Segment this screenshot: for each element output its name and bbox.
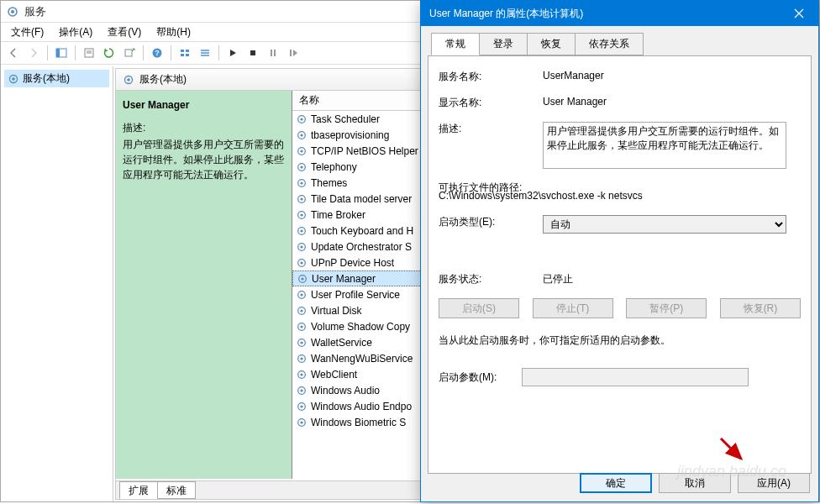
menu-help[interactable]: 帮助(H) [150,24,197,41]
back-button[interactable] [4,44,23,62]
svg-point-36 [300,197,302,200]
tab-dependencies[interactable]: 依存关系 [575,33,644,55]
gear-icon [296,353,308,365]
menu-action[interactable]: 操作(A) [52,24,99,41]
display-name-value: User Manager [543,96,801,108]
service-name: WalletService [311,337,372,349]
gear-icon [296,369,308,381]
svg-rect-19 [274,50,276,56]
gear-icon [296,401,308,412]
service-name: TCP/IP NetBIOS Helper [311,145,418,157]
pause-service-button[interactable] [264,44,282,62]
pause-button[interactable]: 暂停(P) [626,298,707,318]
gear-icon [296,305,308,317]
service-name: Telephony [311,161,357,173]
svg-point-22 [12,77,15,81]
start-button[interactable]: 启动(S) [439,298,519,318]
description-textarea[interactable]: 用户管理器提供多用户交互所需要的运行时组件。如果停止此服务，某些应用程序可能无法… [543,122,786,169]
exec-path-value: C:\Windows\system32\svchost.exe -k netsv… [439,190,801,202]
gear-icon [296,193,308,205]
properties-dialog: User Manager 的属性(本地计算机) 常规 登录 恢复 依存关系 服务… [420,0,819,502]
service-name-value: UserManager [543,70,801,81]
svg-point-54 [300,341,302,344]
forward-button[interactable] [24,44,43,62]
startup-type-label: 启动类型(E): [439,215,543,229]
startup-params-label: 启动参数(M): [439,370,497,385]
service-name: Task Scheduler [311,113,380,125]
start-service-button[interactable] [223,44,242,62]
list-view-button[interactable] [176,44,194,62]
gear-icon [123,74,134,86]
svg-point-40 [300,229,302,232]
show-hide-button[interactable] [52,44,71,62]
service-name: Volume Shadow Copy [311,321,410,333]
gear-icon [296,417,308,428]
svg-rect-20 [290,50,292,56]
startup-params-input[interactable] [522,368,749,386]
svg-point-44 [300,261,302,264]
service-name-label: 服务名称: [439,70,543,84]
service-name: Tile Data model server [311,193,412,205]
export-button[interactable] [120,44,139,62]
tab-general[interactable]: 常规 [431,33,480,55]
details-header-label: 服务(本地) [139,72,187,87]
service-name: User Manager [312,273,376,285]
separator [75,45,76,60]
description-pane: User Manager 描述: 用户管理器提供多用户交互所需要的运行时组件。如… [116,91,292,479]
gear-icon [297,273,308,285]
tab-extended[interactable]: 扩展 [119,481,158,499]
menu-file[interactable]: 文件(F) [4,24,50,41]
service-name: User Profile Service [311,289,400,301]
apply-button[interactable]: 应用(A) [738,473,810,493]
svg-rect-7 [125,50,132,56]
separator [171,45,171,60]
dialog-titlebar[interactable]: User Manager 的属性(本地计算机) [421,1,818,26]
ok-button[interactable]: 确定 [580,473,652,493]
gear-icon [296,321,308,333]
svg-point-24 [127,78,130,81]
service-name: Windows Audio Endpo [311,401,412,412]
services-icon [6,5,19,18]
svg-point-26 [300,118,302,120]
svg-rect-11 [186,50,189,52]
svg-rect-3 [56,49,60,57]
gear-icon [296,113,308,125]
stop-button[interactable]: 停止(T) [533,298,613,318]
help-button[interactable]: ? [148,44,166,62]
service-name: Update Orchestrator S [311,241,412,253]
svg-rect-17 [250,50,255,55]
gear-icon [296,225,308,237]
menu-view[interactable]: 查看(V) [101,24,148,41]
gear-icon [296,129,308,141]
cancel-button[interactable]: 取消 [659,473,731,493]
svg-point-64 [300,421,302,423]
resume-button[interactable]: 恢复(R) [720,298,801,318]
tab-standard[interactable]: 标准 [157,481,196,499]
restart-service-button[interactable] [284,44,302,62]
gear-icon [296,161,308,173]
separator [218,45,219,60]
tab-recovery[interactable]: 恢复 [527,33,576,55]
dialog-title: User Manager 的属性(本地计算机) [429,7,780,21]
service-status-value: 已停止 [543,272,801,286]
tree-item-label: 服务(本地) [23,71,70,86]
separator [143,45,144,60]
close-icon [794,8,804,18]
startup-type-select[interactable]: 自动 [543,215,786,234]
stop-service-button[interactable] [244,44,262,62]
service-name: Windows Audio [311,385,380,396]
gear-icon [296,289,308,301]
service-name: tbaseprovisioning [311,129,389,141]
properties-button[interactable] [80,44,98,62]
tab-logon[interactable]: 登录 [479,33,528,55]
description-text: 用户管理器提供多用户交互所需要的运行时组件。如果停止此服务，某些应用程序可能无法… [123,137,285,182]
svg-point-48 [300,293,302,296]
close-button[interactable] [780,1,818,26]
svg-point-56 [300,357,302,360]
selected-service-name: User Manager [123,99,285,111]
gear-icon [296,385,308,396]
svg-rect-18 [271,50,272,56]
refresh-button[interactable] [100,44,118,62]
tree-item-services-local[interactable]: 服务(本地) [4,70,109,87]
detail-view-button[interactable] [196,44,214,62]
